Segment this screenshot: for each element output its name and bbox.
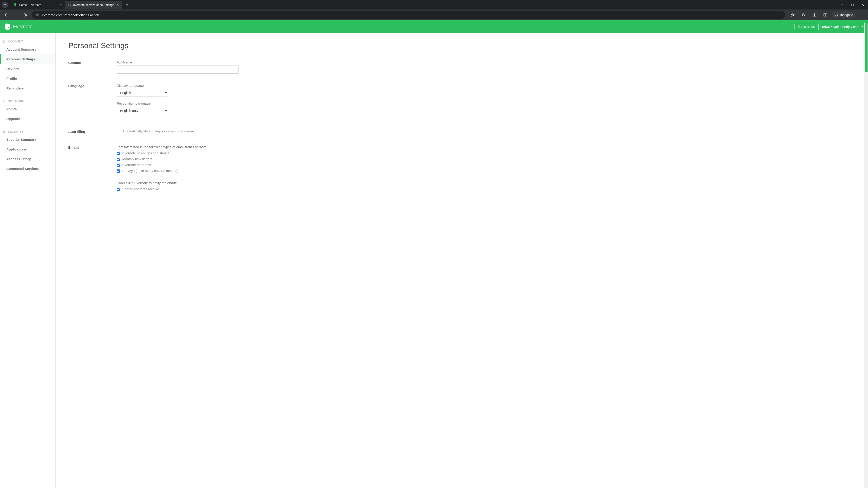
incognito-badge[interactable]: Incognito [832, 11, 855, 18]
sidebar-item-upgrade[interactable]: Upgrade [0, 114, 55, 124]
user-menu[interactable]: 6d44f5c4@moodjoy.com [822, 25, 864, 29]
svg-rect-13 [3, 131, 5, 133]
person-icon [2, 40, 5, 43]
notify-shared-checkbox[interactable] [117, 188, 120, 191]
svg-point-11 [862, 16, 863, 17]
browser-tab-0[interactable]: Home - Evernote ✕ [11, 1, 65, 9]
email-opt-teams-checkbox[interactable] [117, 164, 120, 167]
emails-intro-2: I would like Evernote to notify me about… [117, 181, 855, 185]
svg-rect-2 [851, 4, 854, 6]
sidebar-item-account-summary[interactable]: Account Summary [0, 44, 55, 54]
url-text: evernote.com/PersonalSettings.action [42, 13, 99, 17]
contact-label: Contact [68, 60, 117, 74]
email-opt-surveys-label: Surveys (once every several months) [122, 169, 178, 173]
evernote-elephant-icon [4, 23, 11, 30]
svg-rect-3 [36, 14, 37, 15]
language-row: Language Display Language English Recogn… [68, 84, 855, 119]
sidebar-section-get-more: GET MORE [0, 99, 55, 104]
new-tab-button[interactable]: + [124, 2, 130, 8]
full-name-input[interactable] [117, 66, 239, 74]
downloads-icon[interactable] [810, 11, 818, 19]
close-icon[interactable]: ✕ [116, 3, 120, 6]
scrollbar[interactable] [864, 23, 868, 488]
email-opt-news-label: Evernote news, tips and stories [122, 151, 169, 155]
svg-rect-7 [824, 13, 827, 16]
evernote-logo[interactable]: Evernote [4, 23, 33, 30]
display-language-label: Display Language [117, 84, 855, 88]
forward-icon[interactable] [12, 11, 20, 19]
side-panel-icon[interactable] [821, 11, 829, 19]
display-language-select[interactable]: English [117, 89, 168, 96]
brand-name: Evernote [13, 24, 33, 30]
browser-chrome: Home - Evernote ✕ evernote.com/PersonalS… [0, 0, 868, 20]
back-icon[interactable] [2, 11, 10, 19]
scrollbar-thumb[interactable] [865, 23, 868, 72]
sidebar-item-reminders[interactable]: Reminders [0, 84, 55, 93]
bookmark-star-icon[interactable] [789, 11, 797, 19]
auto-filing-checkbox[interactable] [117, 130, 120, 133]
email-opt-teams-label: Evernote for teams [122, 163, 151, 167]
email-opt-news-checkbox[interactable] [117, 152, 120, 155]
evernote-favicon-icon [13, 3, 17, 6]
window-controls [837, 0, 868, 9]
language-label: Language [68, 84, 117, 119]
app-body: ACCOUNT Account Summary Personal Setting… [0, 33, 868, 488]
extensions-icon[interactable] [800, 11, 808, 19]
tab-title: evernote.com/PersonalSettings [73, 3, 114, 6]
emails-row: Emails I am interested in the following … [68, 145, 855, 193]
sidebar-item-points[interactable]: Points [0, 104, 55, 114]
sidebar-item-applications[interactable]: Applications [0, 144, 55, 154]
arrow-up-icon [2, 100, 5, 103]
emails-label: Emails [68, 145, 117, 193]
loading-spinner-icon [68, 3, 71, 6]
sidebar-item-security-summary[interactable]: Security Summary [0, 135, 55, 144]
page-title: Personal Settings [68, 41, 855, 50]
svg-point-12 [3, 40, 4, 41]
sidebar-item-profile[interactable]: Profile [0, 74, 55, 84]
maximize-icon[interactable] [847, 0, 858, 9]
tab-search-dropdown[interactable] [2, 2, 8, 8]
main-content: Personal Settings Contact Full Name Lang… [56, 33, 868, 488]
incognito-icon [834, 13, 838, 17]
emails-intro-1: I am interested in the following types o… [117, 145, 855, 149]
contact-row: Contact Full Name [68, 60, 855, 74]
notify-shared-label: Shared content I receive [122, 187, 159, 191]
email-opt-surveys-checkbox[interactable] [117, 169, 120, 173]
sidebar-item-devices[interactable]: Devices [0, 64, 55, 74]
svg-rect-4 [37, 14, 38, 15]
browser-tab-1[interactable]: evernote.com/PersonalSettings ✕ [65, 1, 122, 9]
menu-icon[interactable] [858, 11, 866, 19]
stop-reload-icon[interactable] [22, 11, 30, 19]
chevron-down-icon [861, 26, 864, 28]
browser-toolbar: evernote.com/PersonalSettings.action Inc… [0, 9, 868, 20]
tab-title: Home - Evernote [19, 3, 57, 6]
user-email-text: 6d44f5c4@moodjoy.com [822, 25, 860, 29]
sidebar-section-account: ACCOUNT [0, 40, 55, 44]
auto-filing-label: Auto-filing [68, 129, 117, 135]
site-info-icon[interactable] [35, 13, 39, 17]
close-icon[interactable]: ✕ [59, 3, 62, 6]
svg-point-9 [862, 13, 863, 14]
recognition-language-label: Recognition Language [117, 101, 855, 105]
svg-point-10 [862, 15, 863, 15]
email-opt-newsletters-checkbox[interactable] [117, 158, 120, 161]
full-name-label: Full Name [117, 60, 855, 64]
recognition-language-select[interactable]: English only [117, 107, 168, 114]
sidebar-item-access-history[interactable]: Access History [0, 154, 55, 164]
tab-bar: Home - Evernote ✕ evernote.com/PersonalS… [0, 0, 868, 9]
incognito-label: Incognito [840, 13, 853, 17]
sidebar: ACCOUNT Account Summary Personal Setting… [0, 33, 56, 488]
sidebar-section-security: SECURITY [0, 130, 55, 135]
email-opt-newsletters-label: Monthly newsletters [122, 157, 152, 161]
minimize-icon[interactable] [837, 0, 847, 9]
sidebar-item-personal-settings[interactable]: Personal Settings [0, 54, 55, 64]
svg-point-0 [68, 4, 71, 6]
sidebar-item-connected-services[interactable]: Connected Services [0, 164, 55, 173]
address-bar[interactable]: evernote.com/PersonalSettings.action [32, 11, 785, 19]
lock-icon [2, 130, 5, 133]
auto-filing-row: Auto-filing Automatically file and tag n… [68, 129, 855, 135]
app-header: Evernote Go to notes 6d44f5c4@moodjoy.co… [0, 20, 868, 33]
go-to-notes-button[interactable]: Go to notes [795, 23, 818, 30]
auto-filing-text: Automatically file and tag notes sent in… [122, 129, 195, 133]
close-window-icon[interactable] [858, 0, 868, 9]
